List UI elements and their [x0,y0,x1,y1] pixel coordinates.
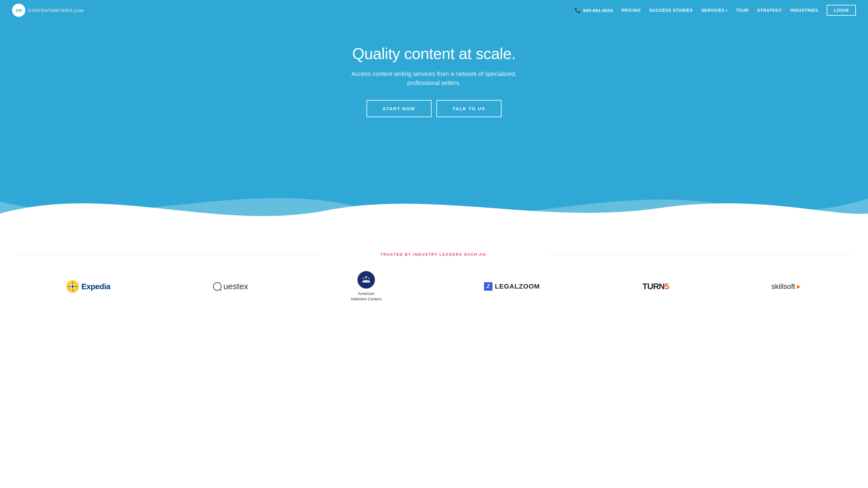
turn5-text: TURN5 [642,282,669,291]
partner-logos: Expedia uestex [18,271,850,302]
nav-industries[interactable]: INDUSTRIES [790,8,818,13]
hero-section: Quality content at scale. Access content… [0,21,868,165]
aac-icon [361,274,372,286]
hero-title: Quality content at scale. [6,44,862,63]
phone-icon: 📞 [575,7,581,13]
nav-services[interactable]: SERVICES ▾ [701,8,727,13]
questex-icon [213,282,222,291]
chevron-down-icon: ▾ [726,9,727,12]
main-nav: 📞 800-891-0553 PRICING SUCCESS STORIES S… [575,5,856,16]
legalzoom-text: LEGALZOOM [495,283,540,290]
talk-to-us-button[interactable]: TALK TO US [436,100,502,117]
hero-buttons: START NOW TALK TO US [6,100,862,117]
header: cw CONTENTWRITERS.com 📞 800-891-0553 PRI… [0,0,868,21]
trusted-label: TRUSTED BY INDUSTRY LEADERS SUCH AS: [18,252,850,257]
svg-point-7 [363,278,364,279]
expedia-icon [66,280,79,293]
logo-name: CONTENTWRITERS.com [28,7,84,13]
trusted-section: TRUSTED BY INDUSTRY LEADERS SUCH AS: Exp… [0,237,868,326]
nav-tour[interactable]: TOUR [736,8,749,13]
logo-icon: cw [12,4,25,17]
american-addiction-centers-logo: AmericanAddiction Centers [350,271,381,302]
svg-point-2 [71,285,74,288]
nav-success-stories[interactable]: SUCCESS STORIES [649,8,693,13]
nav-strategy[interactable]: STRATEGY [757,8,782,13]
skillsoft-logo: skillsoft► [772,282,802,291]
legalzoom-icon: Z [484,282,493,291]
expedia-text: Expedia [82,282,110,291]
wave-divider [0,165,868,238]
expedia-logo: Expedia [66,280,110,293]
svg-point-8 [368,278,370,279]
questex-text: uestex [223,282,248,291]
svg-point-6 [365,276,367,278]
legalzoom-logo: Z LEGALZOOM [484,282,540,291]
logo[interactable]: cw CONTENTWRITERS.com [12,4,84,17]
nav-pricing[interactable]: PRICING [621,8,641,13]
turn5-logo: TURN5 [642,282,669,291]
questex-logo: uestex [213,282,248,291]
skillsoft-text: skillsoft► [772,282,802,291]
start-now-button[interactable]: START NOW [367,100,432,117]
svg-line-4 [220,289,221,290]
aac-text: AmericanAddiction Centers [350,291,381,302]
hero-subtitle: Access content writing services from a n… [347,69,521,87]
phone-number[interactable]: 📞 800-891-0553 [575,7,613,13]
login-button[interactable]: LOGIN [827,5,856,16]
